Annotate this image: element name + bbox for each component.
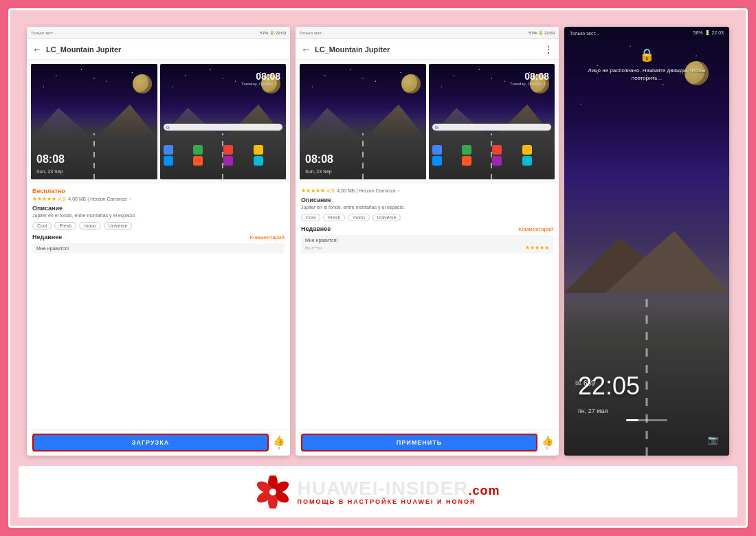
app-icon-1 bbox=[164, 145, 173, 155]
rating-row-1: ★★★★★ 4.9 4,00 МБ | Herzon Carranza › bbox=[32, 196, 285, 202]
review-box-1: Мне нравится! bbox=[32, 243, 285, 254]
homescreen-preview-2: 08:08 Tuesday, October 1... G bbox=[429, 64, 555, 179]
wp-road-line bbox=[646, 293, 648, 456]
action-bar-2: ПРИМЕНИТЬ 👍 0 bbox=[296, 429, 559, 456]
recent-title-2: Недавнее bbox=[301, 225, 331, 232]
back-arrow-2[interactable]: ← bbox=[301, 44, 311, 55]
tag-cool-2[interactable]: Cool bbox=[301, 214, 320, 221]
app-icon-2-2 bbox=[462, 145, 471, 155]
comment-link-1[interactable]: Комментарий bbox=[250, 234, 285, 241]
like-section-1: 👍 0 bbox=[273, 435, 285, 450]
huawei-flower-icon bbox=[256, 476, 289, 509]
hs-app-grid-2 bbox=[432, 145, 552, 166]
tag-moon-1[interactable]: moon bbox=[79, 222, 101, 230]
tag-fresh-1[interactable]: Fresh bbox=[54, 222, 76, 230]
tags-row-2: Cool Fresh moon Universe bbox=[301, 214, 553, 221]
like-section-2: 👍 0 bbox=[542, 435, 553, 450]
action-bar-1: ЗАГРУЗКА 👍 0 bbox=[27, 429, 290, 456]
phone-card-1: Только экст... 57% 🔋 22:03 ← LC_Mountain… bbox=[27, 27, 290, 456]
thumb-icon-2[interactable]: 👍 bbox=[542, 435, 553, 446]
app-title-2: LC_Mountain Jupiter bbox=[315, 45, 540, 54]
camera-icon[interactable]: 📷 bbox=[708, 435, 718, 445]
battery-2: 57% 🔋 bbox=[529, 30, 543, 35]
brand-name-text: HUAWEI-INSIDER bbox=[298, 478, 469, 499]
hs-search-1: G bbox=[164, 124, 283, 131]
app-icon-2-6 bbox=[462, 156, 471, 166]
desc-title-2: Описание bbox=[301, 197, 553, 203]
review-text-1: Мне нравится! bbox=[36, 246, 69, 251]
tag-universe-1[interactable]: Universe bbox=[104, 222, 133, 230]
stars-1: ★★★★★ 4.9 bbox=[32, 196, 65, 202]
app-icon-2-8 bbox=[522, 156, 532, 166]
app-bar-2: ← LC_Mountain Jupiter ⋮ bbox=[296, 39, 559, 60]
status-left-1: Только экст... bbox=[31, 31, 56, 35]
review-author-2: By X**ho bbox=[305, 246, 322, 251]
rating-detail-2: 4,00 МБ | Herzon Carranza bbox=[337, 188, 395, 193]
wp-status-bar: Только экст... 56% 🔋 22:03 bbox=[564, 27, 729, 39]
tag-moon-2[interactable]: moon bbox=[348, 214, 370, 221]
status-right-1: 57% 🔋 22:03 bbox=[260, 30, 286, 35]
tag-universe-2[interactable]: Universe bbox=[373, 214, 401, 221]
hs-clock-2: 08:08 bbox=[524, 71, 549, 82]
lock-date-1: Sun, 23 Sep bbox=[36, 169, 63, 174]
section-header-2: Недавнее Комментарий bbox=[301, 225, 553, 232]
like-count-1: 0 bbox=[278, 446, 280, 450]
like-count-2: 0 bbox=[546, 446, 548, 450]
lock-time-1: 08:08 bbox=[36, 153, 65, 166]
app-icon-2 bbox=[193, 145, 203, 155]
wp-progress-bar bbox=[626, 419, 667, 421]
wp-time: 22:03 bbox=[711, 30, 724, 35]
lockscreen-preview-2: 08:08 Sun, 23 Sep bbox=[300, 64, 426, 179]
screenshots-1: 08:08 Sun, 23 Sep 08:08 Tuesday, October… bbox=[27, 60, 290, 183]
back-arrow-1[interactable]: ← bbox=[32, 44, 42, 55]
app-title-1: LC_Mountain Jupiter bbox=[46, 45, 285, 54]
hs-app-grid-1 bbox=[164, 145, 283, 166]
action-button-2[interactable]: ПРИМЕНИТЬ bbox=[301, 434, 537, 451]
hs-clock-1: 08:08 bbox=[256, 71, 280, 82]
review-stars-2: ★★★★★ bbox=[525, 245, 549, 251]
status-left-2: Только экст... bbox=[300, 31, 325, 35]
app-icon-2-1 bbox=[432, 145, 442, 155]
app-bar-1: ← LC_Mountain Jupiter bbox=[27, 39, 290, 60]
section-header-1: Недавнее Комментарий bbox=[32, 234, 285, 241]
lock-content: 🔒 Лицо не распознано. Нажмите дважды, чт… bbox=[564, 47, 729, 89]
lock-message: Лицо не распознано. Нажмите дважды, чтоб… bbox=[564, 67, 729, 82]
thumb-icon-1[interactable]: 👍 bbox=[273, 435, 285, 446]
moon-1 bbox=[133, 74, 152, 93]
free-label-1: Бесплатно bbox=[32, 188, 285, 194]
google-g-1: G bbox=[166, 125, 170, 130]
app-icon-4 bbox=[254, 145, 263, 155]
desc-text-1: Jupiter en el fondo, entre montañas y el… bbox=[32, 213, 285, 218]
more-options-icon-2[interactable]: ⋮ bbox=[544, 44, 553, 55]
action-button-1[interactable]: ЗАГРУЗКА bbox=[32, 434, 269, 451]
brand-name: HUAWEI-INSIDER.com bbox=[298, 479, 500, 498]
recent-title-1: Недавнее bbox=[32, 234, 62, 241]
desc-title-1: Описание bbox=[32, 205, 285, 212]
huawei-logo bbox=[256, 476, 289, 509]
app-icon-5 bbox=[164, 156, 173, 166]
chevron-right-icon-2[interactable]: › bbox=[398, 188, 400, 194]
battery-1: 57% 🔋 bbox=[260, 30, 274, 35]
tag-fresh-2[interactable]: Fresh bbox=[323, 214, 345, 221]
tag-cool-1[interactable]: Cool bbox=[32, 222, 52, 230]
notification-icon: ✉ bbox=[575, 379, 581, 387]
wp-notification: ✉ 669 bbox=[575, 379, 595, 387]
wp-battery: 56% 🔋 bbox=[693, 30, 711, 35]
svg-point-6 bbox=[269, 489, 276, 495]
hs-date-1: Tuesday, October 1... bbox=[241, 82, 280, 86]
brand-text: HUAWEI-INSIDER.com ПОМОЩЬ В НАСТРОЙКЕ HU… bbox=[298, 479, 500, 505]
status-bar-1: Только экст... 57% 🔋 22:03 bbox=[27, 27, 290, 39]
phone-card-2: Только экст... 57% 🔋 22:03 ← LC_Mountain… bbox=[296, 27, 559, 456]
hs-search-2: G bbox=[432, 124, 552, 131]
desc-text-2: Jupiter en el fondo, entre montañas y el… bbox=[301, 205, 553, 210]
comment-link-2[interactable]: Комментарий bbox=[519, 226, 553, 232]
main-content: Только экст... 57% 🔋 22:03 ← LC_Mountain… bbox=[19, 19, 737, 464]
wp-date: пн, 27 мая bbox=[578, 407, 608, 414]
wp-status-left: Только экст... bbox=[570, 31, 599, 36]
screenshots-2: 08:08 Sun, 23 Sep 08:08 Tuesday, October… bbox=[296, 60, 559, 183]
lock-time-2: 08:08 bbox=[305, 153, 333, 166]
app-icon-2-4 bbox=[522, 145, 532, 155]
chevron-right-icon-1[interactable]: › bbox=[129, 196, 131, 202]
app-icon-2-3 bbox=[492, 145, 502, 155]
wp-mountain-right bbox=[605, 231, 729, 293]
